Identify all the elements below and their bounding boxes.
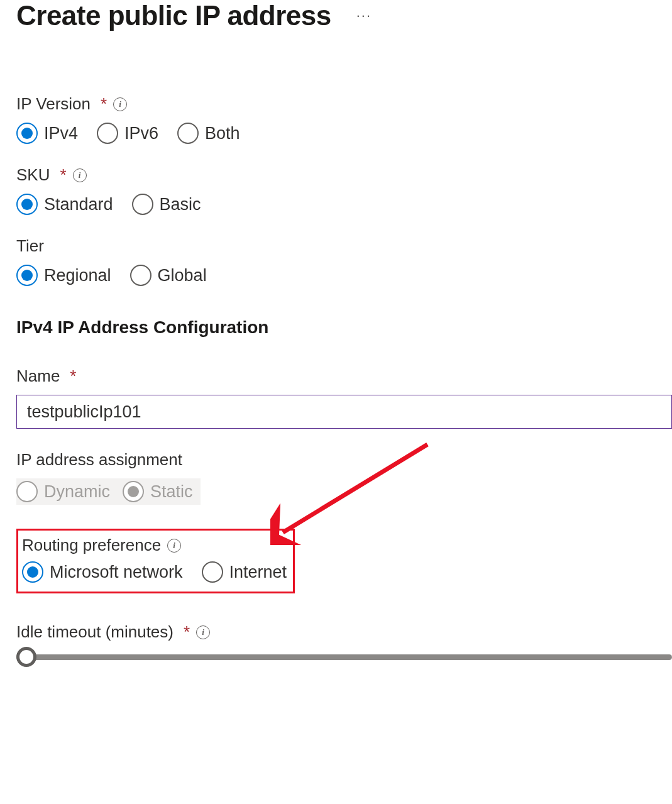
sku-label: SKU	[16, 165, 50, 185]
radio-dynamic: Dynamic	[16, 481, 110, 502]
name-label: Name	[16, 366, 60, 386]
radio-regional-label: Regional	[44, 266, 111, 285]
required-asterisk: *	[184, 622, 190, 642]
radio-static: Static	[123, 481, 193, 502]
radio-regional[interactable]: Regional	[16, 265, 111, 286]
ip-version-label: IP Version	[16, 94, 91, 114]
page-title: Create public IP address	[16, 0, 331, 31]
radio-both[interactable]: Both	[177, 123, 240, 144]
radio-ms-network-label: Microsoft network	[50, 563, 183, 582]
required-asterisk: *	[70, 366, 76, 386]
required-asterisk: *	[101, 94, 107, 114]
info-icon[interactable]: i	[196, 625, 210, 639]
radio-ipv4-label: IPv4	[44, 124, 78, 143]
section-heading: IPv4 IP Address Configuration	[16, 317, 672, 338]
radio-basic[interactable]: Basic	[132, 194, 201, 215]
idle-timeout-slider[interactable]	[16, 654, 672, 660]
name-input[interactable]	[16, 395, 672, 429]
radio-ipv4[interactable]: IPv4	[16, 123, 78, 144]
radio-global[interactable]: Global	[130, 265, 207, 286]
radio-dynamic-label: Dynamic	[44, 482, 110, 502]
radio-standard[interactable]: Standard	[16, 194, 113, 215]
required-asterisk: *	[60, 165, 66, 185]
radio-internet-label: Internet	[229, 563, 287, 582]
radio-ipv6-label: IPv6	[124, 124, 158, 143]
radio-ipv6[interactable]: IPv6	[97, 123, 158, 144]
radio-global-label: Global	[158, 266, 207, 285]
radio-both-label: Both	[205, 124, 240, 143]
info-icon[interactable]: i	[73, 168, 87, 182]
tier-label: Tier	[16, 236, 44, 256]
radio-ms-network[interactable]: Microsoft network	[22, 561, 183, 583]
routing-label: Routing preference	[22, 536, 161, 555]
radio-static-label: Static	[150, 482, 193, 502]
radio-standard-label: Standard	[44, 195, 113, 214]
assignment-label: IP address assignment	[16, 450, 182, 470]
routing-preference-highlight: Routing preference i Microsoft network I…	[16, 529, 295, 593]
info-icon[interactable]: i	[113, 97, 127, 111]
more-actions-button[interactable]: ···	[356, 8, 372, 24]
idle-timeout-label: Idle timeout (minutes)	[16, 622, 174, 642]
radio-internet[interactable]: Internet	[202, 561, 287, 583]
info-icon[interactable]: i	[167, 539, 181, 553]
radio-basic-label: Basic	[160, 195, 201, 214]
